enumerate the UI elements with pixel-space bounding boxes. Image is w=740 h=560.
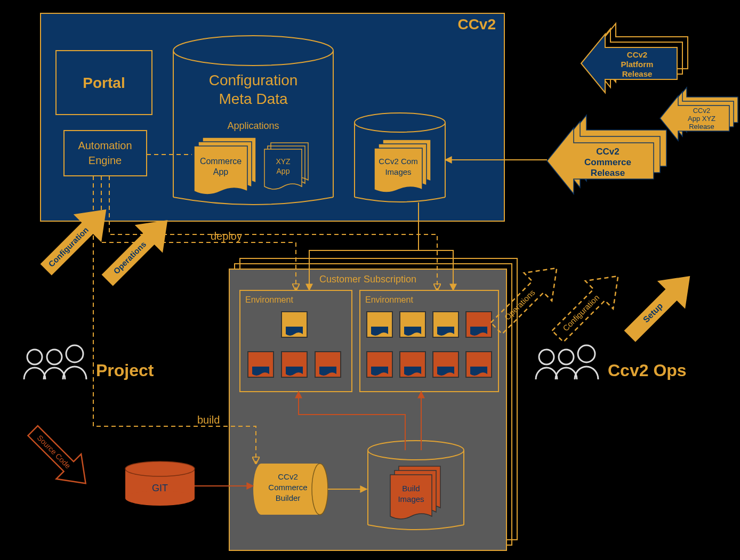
svg-text:CCv2: CCv2 — [627, 50, 647, 59]
arrow-app-xyz-release: CCv2 App XYZ Release — [660, 87, 738, 141]
svg-text:CCv2: CCv2 — [596, 147, 619, 157]
svg-point-47 — [47, 350, 62, 364]
deploy-label: deploy — [211, 230, 242, 242]
svg-text:App XYZ: App XYZ — [688, 115, 715, 123]
users-icon-left — [24, 345, 86, 379]
svg-text:Environment: Environment — [245, 295, 293, 304]
subscription-stack: Customer Subscription Environment — [229, 258, 517, 550]
build-label: build — [197, 414, 220, 426]
architecture-diagram: CCv2 Portal Automation Engine Configurat… — [0, 0, 740, 560]
arrow-platform-release: CCv2 Platform Release — [581, 23, 688, 93]
arrow-setup: Setup — [616, 262, 704, 350]
applications-label: Applications — [227, 120, 279, 131]
svg-text:Configuration: Configuration — [561, 293, 601, 332]
svg-text:Source Code: Source Code — [36, 433, 73, 470]
svg-text:App: App — [213, 167, 229, 176]
svg-text:Commerce: Commerce — [200, 157, 242, 166]
svg-text:Release: Release — [689, 123, 714, 131]
subscription-title: Customer Subscription — [319, 274, 416, 285]
svg-text:Release: Release — [591, 168, 625, 178]
arrow-configuration-right: Configuration — [544, 262, 632, 350]
svg-text:Configuration: Configuration — [46, 225, 90, 269]
svg-point-62 — [559, 350, 574, 364]
svg-text:CCv2: CCv2 — [278, 472, 298, 481]
ccv2-title: CCv2 — [457, 16, 496, 33]
svg-text:Build: Build — [402, 484, 420, 493]
svg-text:XYZ: XYZ — [276, 157, 291, 166]
svg-text:Commerce: Commerce — [584, 157, 631, 167]
arrow-commerce-release: CCv2 Commerce Release — [547, 115, 666, 194]
svg-text:Environment: Environment — [365, 295, 413, 304]
svg-rect-0 — [41, 13, 504, 221]
svg-text:Release: Release — [622, 69, 653, 78]
svg-text:CCv2: CCv2 — [693, 107, 711, 115]
automation-engine-l2: Engine — [89, 155, 122, 166]
svg-point-46 — [27, 350, 42, 364]
config-metadata-l1: Configuration — [209, 72, 298, 88]
automation-engine-l1: Automation — [78, 140, 132, 151]
svg-text:CCv2 Com: CCv2 Com — [379, 157, 417, 166]
git-cylinder: GIT — [125, 461, 195, 506]
svg-text:Platform: Platform — [621, 60, 654, 69]
project-label: Project — [96, 361, 154, 380]
svg-text:Commerce: Commerce — [268, 483, 307, 492]
portal-label: Portal — [83, 75, 125, 91]
svg-text:Operations: Operations — [111, 239, 148, 275]
ccv2-container: CCv2 Portal Automation Engine Configurat… — [41, 13, 504, 221]
git-label: GIT — [152, 483, 168, 493]
svg-point-61 — [539, 350, 554, 364]
svg-text:App: App — [277, 167, 290, 175]
commerce-builder-cylinder: CCv2 Commerce Builder — [253, 464, 328, 515]
svg-text:Builder: Builder — [276, 493, 301, 502]
xyz-app-doc: XYZ App — [264, 143, 308, 189]
commerce-app-doc: Commerce App — [194, 137, 256, 194]
config-metadata-l2: Meta Data — [219, 91, 288, 107]
arrow-source-code: Source Code — [20, 418, 98, 496]
svg-text:Images: Images — [398, 494, 424, 504]
svg-text:Images: Images — [385, 167, 411, 176]
svg-point-63 — [578, 345, 595, 362]
ccv2-ops-label: Ccv2 Ops — [608, 361, 687, 380]
users-icon-right — [536, 345, 598, 379]
svg-point-33 — [312, 464, 328, 515]
svg-point-48 — [66, 345, 83, 362]
